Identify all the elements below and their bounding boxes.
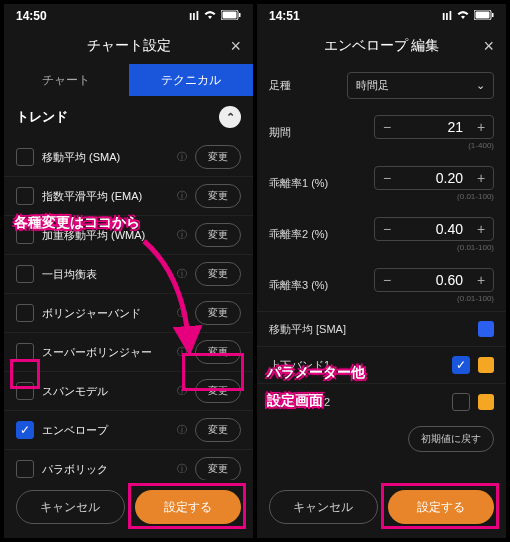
tab-chart[interactable]: チャート [4, 64, 129, 96]
change-button[interactable]: 変更 [195, 223, 241, 247]
left-screen: 14:50 ııl チャート設定 × チャート テクニカル トレンド ⌃ 移動平… [4, 4, 253, 538]
color-swatch[interactable] [478, 394, 494, 410]
period-stepper[interactable]: − 21 + [374, 115, 494, 139]
minus-button[interactable]: − [375, 269, 399, 291]
svg-rect-4 [476, 12, 490, 19]
bottom-bar: キャンセル 設定する [257, 480, 506, 538]
battery-icon [474, 9, 494, 23]
cancel-button[interactable]: キャンセル [16, 490, 125, 524]
indicator-checkbox[interactable]: ✓ [16, 421, 34, 439]
change-button[interactable]: 変更 [195, 301, 241, 325]
section-trend[interactable]: トレンド ⌃ [4, 96, 253, 138]
indicator-checkbox[interactable] [16, 460, 34, 478]
status-icons: ııl [442, 9, 494, 23]
indicator-label: 指数平滑平均 (EMA) [42, 189, 169, 204]
signal-icon: ııl [442, 9, 452, 23]
indicator-row: パラボリックⓘ変更 [4, 450, 253, 480]
indicator-row: スパンモデルⓘ変更 [4, 372, 253, 411]
status-time: 14:50 [16, 9, 47, 23]
indicator-row: ボリンジャーバンドⓘ変更 [4, 294, 253, 333]
tab-bar: チャート テクニカル [4, 64, 253, 96]
dev3-stepper[interactable]: −0.60+ [374, 268, 494, 292]
plus-button[interactable]: + [469, 218, 493, 240]
indicator-label: 移動平均 (SMA) [42, 150, 169, 165]
band-checkbox[interactable] [452, 393, 470, 411]
svg-rect-5 [492, 13, 494, 17]
change-button[interactable]: 変更 [195, 418, 241, 442]
info-icon[interactable]: ⓘ [177, 189, 187, 203]
indicator-checkbox[interactable] [16, 148, 34, 166]
param-dev1: 乖離率1 (%) −0.20+ (0.01-100) [257, 158, 506, 209]
indicator-row: ✓エンベロープⓘ変更 [4, 411, 253, 450]
indicator-label: エンベロープ [42, 423, 169, 438]
color-swatch[interactable] [478, 321, 494, 337]
change-button[interactable]: 変更 [195, 340, 241, 364]
dev2-stepper[interactable]: −0.40+ [374, 217, 494, 241]
minus-button[interactable]: − [375, 218, 399, 240]
indicator-row: 一目均衡表ⓘ変更 [4, 255, 253, 294]
band-1: 上下バンド1 ✓ [257, 346, 506, 383]
cancel-button[interactable]: キャンセル [269, 490, 378, 524]
indicator-row: 移動平均 (SMA)ⓘ変更 [4, 138, 253, 177]
status-time: 14:51 [269, 9, 300, 23]
indicator-label: 加重移動平均 (WMA) [42, 228, 169, 243]
indicator-checkbox[interactable] [16, 304, 34, 322]
status-icons: ııl [189, 9, 241, 23]
info-icon[interactable]: ⓘ [177, 423, 187, 437]
close-icon[interactable]: × [230, 36, 241, 57]
change-button[interactable]: 変更 [195, 262, 241, 286]
close-icon[interactable]: × [483, 36, 494, 57]
screen-header: チャート設定 × [4, 28, 253, 64]
submit-button[interactable]: 設定する [388, 490, 495, 524]
param-period: 期間 − 21 + (1-400) [257, 107, 506, 158]
change-button[interactable]: 変更 [195, 379, 241, 403]
indicator-checkbox[interactable] [16, 226, 34, 244]
header-title: エンベロープ 編集 [324, 37, 440, 55]
right-screen: 14:51 ııl エンベロープ 編集 × 足種 時間足 ⌄ 期間 − [257, 4, 506, 538]
info-icon[interactable]: ⓘ [177, 150, 187, 164]
chevron-up-icon[interactable]: ⌃ [219, 106, 241, 128]
indicator-label: パラボリック [42, 462, 169, 477]
indicator-label: スパンモデル [42, 384, 169, 399]
info-icon[interactable]: ⓘ [177, 228, 187, 242]
plus-button[interactable]: + [469, 116, 493, 138]
reset-button[interactable]: 初期値に戻す [408, 426, 494, 452]
info-icon[interactable]: ⓘ [177, 462, 187, 476]
info-icon[interactable]: ⓘ [177, 384, 187, 398]
indicator-list: トレンド ⌃ 移動平均 (SMA)ⓘ変更指数平滑平均 (EMA)ⓘ変更加重移動平… [4, 96, 253, 480]
indicator-row: 指数平滑平均 (EMA)ⓘ変更 [4, 177, 253, 216]
bottom-bar: キャンセル 設定する [4, 480, 253, 538]
indicator-checkbox[interactable] [16, 265, 34, 283]
signal-icon: ııl [189, 9, 199, 23]
band-checkbox[interactable]: ✓ [452, 356, 470, 374]
band-2: 上下バンド2 [257, 383, 506, 420]
info-icon[interactable]: ⓘ [177, 267, 187, 281]
info-icon[interactable]: ⓘ [177, 306, 187, 320]
plus-button[interactable]: + [469, 167, 493, 189]
change-button[interactable]: 変更 [195, 145, 241, 169]
header-title: チャート設定 [87, 37, 171, 55]
screen-header: エンベロープ 編集 × [257, 28, 506, 64]
indicator-label: ボリンジャーバンド [42, 306, 169, 321]
param-panel: 足種 時間足 ⌄ 期間 − 21 + (1-400) 乖離率1 (%) −0.2… [257, 64, 506, 480]
tab-technical[interactable]: テクニカル [129, 64, 254, 96]
dev1-stepper[interactable]: −0.20+ [374, 166, 494, 190]
status-bar: 14:51 ııl [257, 4, 506, 28]
param-ashi: 足種 時間足 ⌄ [257, 64, 506, 107]
plus-button[interactable]: + [469, 269, 493, 291]
status-bar: 14:50 ııl [4, 4, 253, 28]
ashi-select[interactable]: 時間足 ⌄ [347, 72, 494, 99]
indicator-checkbox[interactable] [16, 187, 34, 205]
indicator-checkbox[interactable] [16, 343, 34, 361]
minus-button[interactable]: − [375, 167, 399, 189]
color-swatch[interactable] [478, 357, 494, 373]
indicator-row: スーパーボリンジャーⓘ変更 [4, 333, 253, 372]
minus-button[interactable]: − [375, 116, 399, 138]
chevron-down-icon: ⌄ [476, 79, 485, 92]
change-button[interactable]: 変更 [195, 457, 241, 480]
info-icon[interactable]: ⓘ [177, 345, 187, 359]
indicator-checkbox[interactable] [16, 382, 34, 400]
band-sma: 移動平均 [SMA] [257, 311, 506, 346]
submit-button[interactable]: 設定する [135, 490, 242, 524]
change-button[interactable]: 変更 [195, 184, 241, 208]
